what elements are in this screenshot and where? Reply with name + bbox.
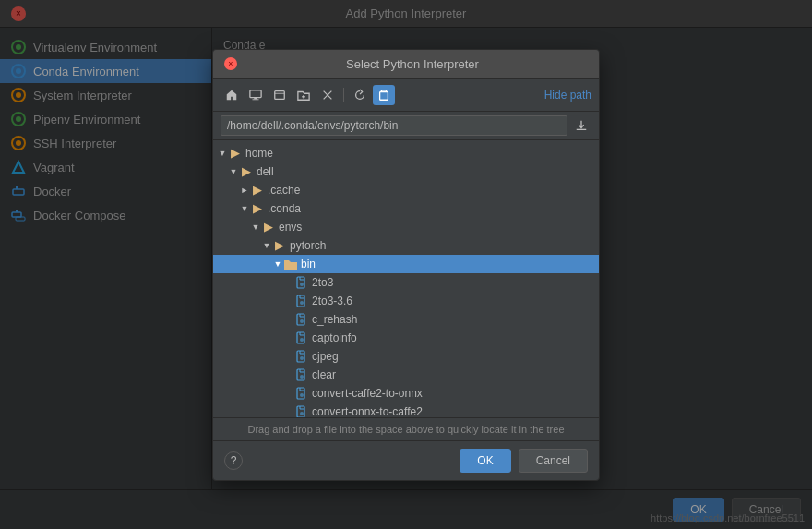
path-download-button[interactable] [571,115,591,136]
svg-point-24 [300,301,304,305]
tree-item-cache[interactable]: ► ▶ .cache [213,181,599,199]
folder-icon-conda: ▶ [250,201,265,216]
folder-icon-envs: ▶ [261,220,276,234]
svg-rect-33 [297,388,304,399]
hide-path-button[interactable]: Hide path [544,89,591,102]
refresh-button[interactable] [349,85,371,105]
svg-point-34 [300,393,304,397]
tree-item-captoinfo[interactable]: ► captoinfo [213,329,599,347]
svg-rect-18 [253,99,259,100]
svg-rect-17 [254,97,257,99]
dialog-close-button[interactable]: × [224,57,237,70]
folder-icon-pytorch: ▶ [272,238,287,253]
svg-point-30 [300,356,304,360]
tree-label-2to3: 2to3 [312,276,333,289]
dialog-ok-button[interactable]: OK [460,449,510,473]
dialog-titlebar: × Select Python Interpreter [213,50,599,79]
file-icon-clear [294,367,309,382]
tree-label-envs: envs [279,221,302,234]
tree-item-envs[interactable]: ▼ ▶ envs [213,218,599,236]
tree-label-bin: bin [301,258,316,271]
tree-label-cache: .cache [268,184,300,197]
tree-label-home: home [245,147,273,160]
dialog-toolbar: Hide path [213,79,599,112]
tree-item-bin[interactable]: ▼ bin [213,255,599,273]
svg-rect-19 [275,90,285,99]
toolbar-separator-1 [343,88,344,102]
tree-label-convert-onnx-to-caffe2: convert-onnx-to-caffe2 [312,405,423,417]
svg-point-28 [300,338,304,342]
folder-icon-dell: ▶ [239,164,254,179]
file-icon-captoinfo [294,331,309,345]
svg-rect-25 [297,314,304,325]
tree-item-c_rehash[interactable]: ► c_rehash [213,310,599,329]
tree-item-convert-onnx-to-caffe2[interactable]: ► convert-onnx-to-caffe2 [213,403,599,417]
dialog-cancel-button[interactable]: Cancel [519,449,588,473]
tree-item-convert-caffe2-to-onnx[interactable]: ► convert-caffe2-to-onnx [213,384,599,403]
drag-hint: Drag and drop a file into the space abov… [213,417,599,440]
clipboard-button[interactable] [373,85,395,105]
svg-rect-23 [297,295,304,307]
svg-rect-35 [297,406,304,417]
tree-label-c_rehash: c_rehash [312,313,357,326]
modal-overlay: × Select Python Interpreter [0,0,812,529]
file-icon-c_rehash [294,312,309,327]
tree-item-2to3-3.6[interactable]: ► 2to3-3.6 [213,292,599,310]
svg-rect-31 [297,369,304,380]
dialog-title: Select Python Interpreter [237,57,588,71]
svg-point-26 [300,319,304,323]
file-icon-cjpeg [294,349,309,364]
tree-item-clear[interactable]: ► clear [213,366,599,384]
dialog-footer-buttons: OK Cancel [460,449,588,473]
tree-label-pytorch: pytorch [290,239,326,252]
file-icon-2to3-3.6 [294,294,309,308]
svg-point-36 [300,412,304,415]
svg-rect-27 [297,332,304,343]
tree-item-2to3[interactable]: ► 2to3 [213,273,599,292]
tree-label-captoinfo: captoinfo [312,331,357,344]
file-tree: ▼ ▶ home ▼ ▶ dell ► ▶ .cache ▼ ▶ .conda [213,140,599,417]
tree-item-conda[interactable]: ▼ ▶ .conda [213,199,599,218]
svg-rect-16 [250,90,261,97]
dialog-footer: ? OK Cancel [213,440,599,480]
tree-label-cjpeg: cjpeg [312,350,339,363]
folder-icon-home: ▶ [228,146,243,161]
tree-label-dell: dell [257,165,274,178]
svg-point-22 [300,283,304,286]
arrow-bin: ▼ [272,258,283,270]
desktop-button[interactable] [245,85,267,105]
file-icon-convert-caffe2 [294,386,309,401]
tree-label-clear: clear [312,368,336,381]
file-icon-2to3 [294,275,309,290]
help-button[interactable]: ? [224,451,243,470]
close-path-button[interactable] [316,85,339,105]
tree-label-conda: .conda [268,202,301,215]
path-input[interactable] [221,115,567,136]
svg-rect-20 [380,91,388,100]
select-interpreter-dialog: × Select Python Interpreter [212,49,600,481]
arrow-home: ▼ [217,148,228,159]
tree-label-2to3-3.6: 2to3-3.6 [312,295,352,307]
tree-item-home[interactable]: ▼ ▶ home [213,144,599,162]
new-folder-button[interactable] [293,85,315,105]
arrow-cache: ► [239,185,250,196]
arrow-envs: ▼ [250,222,261,233]
arrow-dell: ▼ [228,166,239,177]
svg-rect-21 [297,277,304,288]
folder-icon-bin [283,257,298,271]
tree-item-dell[interactable]: ▼ ▶ dell [213,162,599,181]
home-button[interactable] [221,85,243,105]
svg-rect-29 [297,351,304,362]
svg-point-32 [300,375,304,379]
folder-icon-cache: ▶ [250,183,265,198]
tree-item-cjpeg[interactable]: ► cjpeg [213,347,599,366]
file-icon-convert-onnx [294,404,309,417]
arrow-conda: ▼ [239,203,250,214]
files-button[interactable] [269,85,291,105]
path-row [213,112,599,140]
tree-item-pytorch[interactable]: ▼ ▶ pytorch [213,236,599,255]
tree-label-convert-caffe2-to-onnx: convert-caffe2-to-onnx [312,387,423,400]
arrow-pytorch: ▼ [261,240,272,251]
